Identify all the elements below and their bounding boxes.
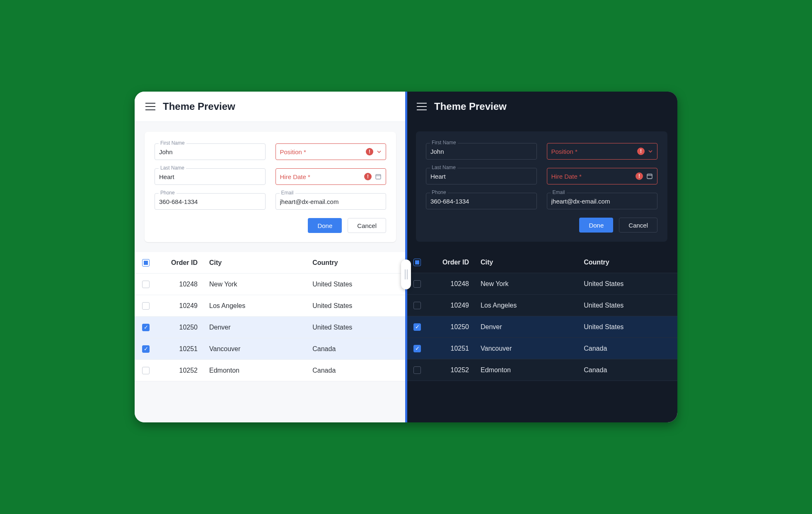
row-checkbox[interactable]: [142, 302, 150, 310]
phone-field[interactable]: Phone 360-684-1334: [426, 193, 537, 209]
svg-rect-1: [647, 174, 652, 179]
email-field[interactable]: Email jheart@dx-email.com: [547, 193, 658, 209]
cell-country: United States: [584, 302, 670, 309]
first-name-field[interactable]: First Name John: [155, 143, 266, 160]
row-checkbox[interactable]: [142, 281, 150, 288]
table-row[interactable]: 10250DenverUnited States: [135, 317, 406, 338]
table-row[interactable]: 10252EdmontonCanada: [135, 360, 406, 381]
last-name-field[interactable]: Last Name Heart: [426, 168, 537, 184]
position-field[interactable]: Position * !: [547, 143, 658, 160]
first-name-field[interactable]: First Name John: [426, 143, 537, 160]
light-theme-panel: Theme Preview First Name John Position *…: [135, 92, 406, 422]
last-name-value: Heart: [159, 173, 261, 180]
first-name-value: John: [159, 148, 261, 155]
form-card: First Name John Position * ! Last Name H…: [416, 131, 667, 242]
menu-icon[interactable]: [417, 103, 427, 110]
cell-country: United States: [312, 302, 399, 310]
chevron-down-icon: [648, 149, 653, 154]
select-all-checkbox[interactable]: [142, 259, 150, 267]
email-label: Email: [280, 190, 295, 196]
first-name-label: First Name: [430, 140, 458, 145]
row-checkbox[interactable]: [413, 323, 421, 331]
column-country[interactable]: Country: [584, 259, 670, 266]
cell-country: United States: [584, 323, 670, 331]
row-checkbox[interactable]: [142, 345, 150, 353]
header: Theme Preview: [406, 92, 677, 121]
row-checkbox[interactable]: [413, 345, 421, 352]
cancel-button[interactable]: Cancel: [619, 218, 657, 233]
column-city[interactable]: City: [481, 259, 584, 266]
email-value: jheart@dx-email.com: [280, 198, 382, 205]
cell-country: United States: [312, 281, 399, 288]
select-all-checkbox[interactable]: [413, 259, 421, 266]
page-title: Theme Preview: [163, 101, 235, 112]
form-card: First Name John Position * ! Last Name H…: [145, 132, 396, 242]
row-checkbox[interactable]: [413, 366, 421, 374]
table-row[interactable]: 10250DenverUnited States: [406, 316, 677, 338]
table-row[interactable]: 10249Los AngelesUnited States: [135, 295, 406, 317]
header: Theme Preview: [135, 92, 406, 122]
table-row[interactable]: 10251VancouverCanada: [406, 338, 677, 359]
position-label: Position *: [280, 148, 363, 155]
split-divider: [405, 92, 407, 422]
last-name-value: Heart: [430, 173, 532, 180]
error-icon: !: [636, 172, 643, 180]
cell-order-id: 10251: [435, 345, 481, 352]
column-city[interactable]: City: [209, 259, 312, 267]
table-header-row: Order ID City Country: [135, 252, 406, 274]
row-checkbox[interactable]: [413, 280, 421, 288]
cancel-button[interactable]: Cancel: [348, 218, 386, 233]
table-row[interactable]: 10252EdmontonCanada: [406, 359, 677, 381]
cell-city: Edmonton: [481, 366, 584, 374]
menu-icon[interactable]: [145, 103, 155, 110]
table-row[interactable]: 10248New YorkUnited States: [135, 274, 406, 295]
cell-order-id: 10249: [164, 302, 209, 310]
row-checkbox[interactable]: [413, 302, 421, 309]
cell-country: Canada: [312, 367, 399, 374]
cell-order-id: 10250: [435, 323, 481, 331]
table-row[interactable]: 10249Los AngelesUnited States: [406, 295, 677, 316]
cell-order-id: 10251: [164, 345, 209, 353]
calendar-icon: [375, 173, 382, 180]
split-handle[interactable]: [401, 259, 411, 289]
phone-label: Phone: [159, 190, 176, 196]
table-row[interactable]: 10248New YorkUnited States: [406, 273, 677, 295]
last-name-label: Last Name: [430, 165, 457, 170]
last-name-field[interactable]: Last Name Heart: [155, 168, 266, 185]
row-checkbox[interactable]: [142, 324, 150, 331]
first-name-value: John: [430, 148, 532, 155]
form-actions: Done Cancel: [426, 218, 657, 233]
done-button[interactable]: Done: [308, 218, 342, 233]
form-actions: Done Cancel: [155, 218, 386, 233]
cell-country: Canada: [584, 366, 670, 374]
cell-city: Denver: [209, 324, 312, 331]
cell-order-id: 10250: [164, 324, 209, 331]
done-button[interactable]: Done: [579, 218, 613, 233]
table-row[interactable]: 10251VancouverCanada: [135, 338, 406, 360]
hire-date-field[interactable]: Hire Date * !: [276, 168, 387, 185]
table-header-row: Order ID City Country: [406, 252, 677, 273]
email-value: jheart@dx-email.com: [551, 198, 653, 205]
phone-field[interactable]: Phone 360-684-1334: [155, 193, 266, 210]
cell-city: Edmonton: [209, 367, 312, 374]
error-icon: !: [364, 173, 372, 180]
orders-table: Order ID City Country 10248New YorkUnite…: [406, 252, 677, 422]
email-label: Email: [551, 189, 567, 195]
email-field[interactable]: Email jheart@dx-email.com: [276, 193, 387, 210]
cell-city: New York: [481, 280, 584, 288]
orders-table: Order ID City Country 10248New YorkUnite…: [135, 252, 406, 422]
cell-city: Denver: [481, 323, 584, 331]
cell-order-id: 10248: [435, 280, 481, 288]
column-order-id[interactable]: Order ID: [164, 259, 209, 267]
row-checkbox[interactable]: [142, 367, 150, 374]
hire-date-field[interactable]: Hire Date * !: [547, 168, 658, 184]
cell-country: United States: [312, 324, 399, 331]
column-country[interactable]: Country: [312, 259, 399, 267]
phone-value: 360-684-1334: [159, 198, 261, 205]
cell-city: Vancouver: [209, 345, 312, 353]
position-field[interactable]: Position * !: [276, 143, 387, 160]
calendar-icon: [646, 173, 653, 179]
cell-country: Canada: [312, 345, 399, 353]
column-order-id[interactable]: Order ID: [435, 259, 481, 266]
cell-order-id: 10252: [164, 367, 209, 374]
